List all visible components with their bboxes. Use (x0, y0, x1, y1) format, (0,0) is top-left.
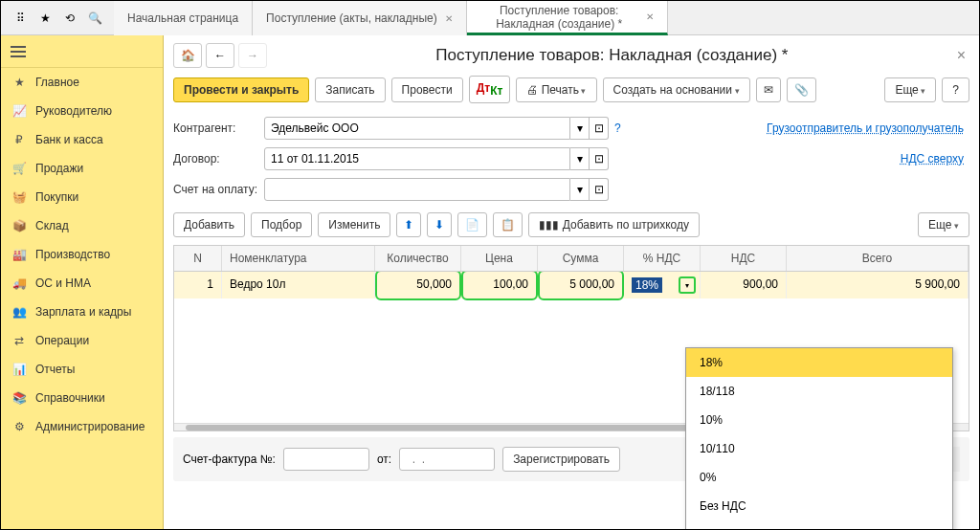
move-up-button[interactable]: ⬆ (396, 212, 421, 237)
post-close-button[interactable]: Провести и закрыть (173, 77, 309, 102)
dropdown-icon[interactable]: ▾ (570, 178, 590, 201)
cart-icon: 🛒 (11, 160, 28, 177)
sidebar-item-stock[interactable]: 📦Склад (1, 211, 163, 240)
tab-current[interactable]: Поступление товаров: Накладная (создание… (467, 1, 668, 35)
col-sum[interactable]: Сумма (538, 246, 624, 271)
vat-option[interactable]: 0% (686, 463, 952, 492)
attach-button[interactable]: 📎 (787, 77, 816, 102)
vat-option[interactable]: 20% (686, 520, 952, 529)
contract-input[interactable] (264, 147, 570, 170)
basket-icon: 🧺 (11, 188, 28, 206)
vat-option[interactable]: 18% (686, 348, 952, 377)
vat-option[interactable]: 10/110 (686, 434, 952, 463)
cell-price[interactable]: 100,00 (461, 272, 538, 300)
invoice-num-input[interactable] (283, 448, 369, 471)
vat-option[interactable]: 10% (686, 406, 952, 434)
sidebar-item-production[interactable]: 🏭Производство (1, 240, 163, 269)
book-icon: 📚 (11, 389, 28, 407)
sidebar-item-refs[interactable]: 📚Справочники (1, 384, 163, 412)
invoice-input[interactable] (264, 178, 570, 201)
col-total[interactable]: Всего (787, 246, 969, 271)
help-link[interactable]: ? (614, 121, 621, 135)
contractor-label: Контрагент: (173, 121, 264, 135)
sidebar-item-manager[interactable]: 📈Руководителю (1, 97, 163, 125)
close-icon[interactable]: ✕ (646, 11, 654, 22)
apps-icon[interactable]: ⠿ (9, 7, 32, 30)
col-item[interactable]: Номенклатура (222, 246, 375, 271)
edit-button[interactable]: Изменить (318, 212, 390, 237)
truck-icon: 🚚 (11, 275, 28, 292)
star-icon: ★ (11, 74, 28, 91)
invoice-num-label: Счет-фактура №: (183, 453, 276, 466)
help-button[interactable]: ? (942, 77, 969, 102)
forward-button[interactable]: → (238, 43, 267, 68)
table-row[interactable]: 1 Ведро 10л 50,000 100,00 5 000,00 18% ▾… (174, 272, 969, 298)
select-button[interactable]: Подбор (251, 212, 312, 237)
vat-option[interactable]: 18/118 (686, 377, 952, 406)
history-icon[interactable]: ⟲ (58, 7, 81, 30)
home-button[interactable]: 🏠 (173, 43, 202, 68)
people-icon: 👥 (11, 303, 28, 320)
barcode-button[interactable]: ▮▮▮ Добавить по штрихкоду (528, 212, 700, 237)
contractor-input[interactable] (264, 117, 570, 140)
col-vat[interactable]: НДС (701, 246, 787, 271)
sidebar-item-payroll[interactable]: 👥Зарплата и кадры (1, 298, 163, 326)
star-icon[interactable]: ★ (33, 7, 56, 30)
dropdown-icon[interactable]: ▾ (570, 117, 590, 140)
ops-icon: ⇄ (11, 332, 28, 349)
col-n[interactable]: N (174, 246, 222, 271)
create-based-button[interactable]: Создать на основании (603, 77, 750, 102)
tab-home[interactable]: Начальная страница (114, 1, 253, 35)
open-icon[interactable]: ⊡ (590, 117, 609, 140)
move-down-button[interactable]: ⬇ (427, 212, 452, 237)
search-icon[interactable]: 🔍 (83, 7, 106, 30)
bars-icon: 📊 (11, 361, 28, 378)
open-icon[interactable]: ⊡ (590, 147, 609, 170)
record-button[interactable]: Записать (315, 77, 385, 102)
dtkt-button[interactable]: ДтКт (469, 76, 511, 103)
cell-sum[interactable]: 5 000,00 (538, 272, 624, 300)
add-row-button[interactable]: Добавить (173, 212, 245, 237)
sidebar-item-purchases[interactable]: 🧺Покупки (1, 183, 163, 211)
sidebar-item-main[interactable]: ★Главное (1, 68, 163, 97)
invoice-date-input[interactable] (399, 448, 495, 471)
back-button[interactable]: ← (206, 43, 234, 68)
col-vatrate[interactable]: % НДС (624, 246, 701, 271)
cell-qty[interactable]: 50,000 (375, 272, 461, 300)
sidebar-toggle[interactable] (1, 35, 163, 68)
grid-more-button[interactable]: Еще (918, 212, 969, 237)
cell-item[interactable]: Ведро 10л (222, 272, 375, 298)
col-price[interactable]: Цена (461, 246, 538, 271)
sidebar-item-bank[interactable]: ₽Банк и касса (1, 125, 163, 154)
cell-vatrate[interactable]: 18% ▾ (624, 272, 701, 298)
shipper-link[interactable]: Грузоотправитель и грузополучатель (767, 121, 964, 135)
contract-label: Договор: (173, 152, 264, 166)
sidebar-item-admin[interactable]: ⚙Администрирование (1, 412, 163, 441)
sidebar-item-reports[interactable]: 📊Отчеты (1, 355, 163, 384)
vat-option[interactable]: Без НДС (686, 492, 952, 520)
sidebar-item-assets[interactable]: 🚚ОС и НМА (1, 269, 163, 298)
box-icon: 📦 (11, 217, 28, 234)
open-icon[interactable]: ⊡ (590, 178, 609, 201)
tab-receipts[interactable]: Поступление (акты, накладные)✕ (253, 1, 467, 35)
sidebar-item-ops[interactable]: ⇄Операции (1, 326, 163, 355)
cell-n: 1 (174, 272, 222, 298)
factory-icon: 🏭 (11, 246, 28, 263)
more-button[interactable]: Еще (884, 77, 936, 102)
paste-button[interactable]: 📋 (493, 212, 523, 237)
col-qty[interactable]: Количество (375, 246, 461, 271)
post-button[interactable]: Провести (391, 77, 463, 102)
register-button[interactable]: Зарегистрировать (502, 447, 620, 472)
invoice-label: Счет на оплату: (173, 183, 264, 196)
email-button[interactable]: ✉ (756, 77, 781, 102)
close-icon[interactable]: ✕ (445, 13, 453, 24)
page-title: Поступление товаров: Накладная (создание… (271, 46, 953, 65)
dropdown-icon[interactable]: ▾ (570, 147, 590, 170)
copy-button[interactable]: 📄 (457, 212, 487, 237)
vat-dropdown: 18% 18/118 10% 10/110 0% Без НДС 20% 20/… (685, 347, 953, 529)
close-icon[interactable]: × (953, 43, 969, 68)
print-button[interactable]: 🖨 Печать (516, 77, 596, 102)
sidebar-item-sales[interactable]: 🛒Продажи (1, 154, 163, 183)
dropdown-icon[interactable]: ▾ (679, 276, 696, 294)
vat-mode-link[interactable]: НДС сверху (901, 152, 964, 166)
